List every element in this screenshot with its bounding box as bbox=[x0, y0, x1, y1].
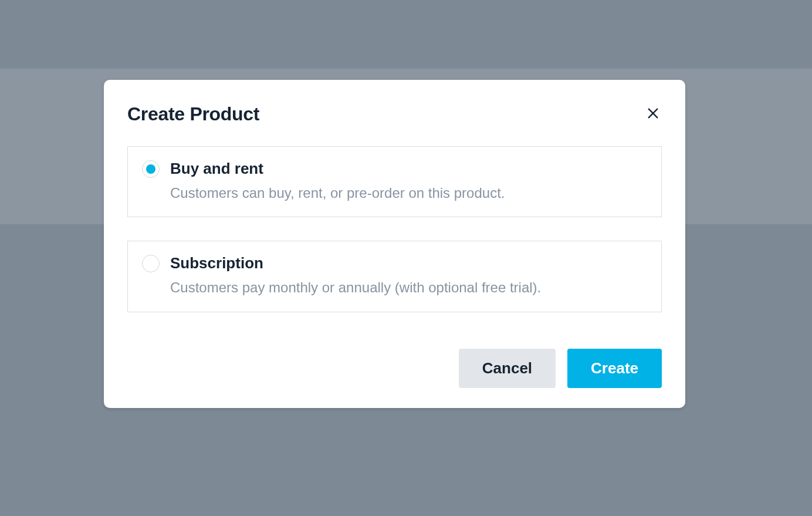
cancel-button[interactable]: Cancel bbox=[459, 349, 556, 388]
create-product-modal: Create Product Buy and rent Customers ca… bbox=[104, 80, 685, 408]
close-icon bbox=[647, 107, 659, 122]
radio-subscription[interactable] bbox=[142, 255, 160, 272]
option-content: Buy and rent Customers can buy, rent, or… bbox=[170, 160, 647, 203]
option-content: Subscription Customers pay monthly or an… bbox=[170, 254, 647, 297]
option-buy-and-rent[interactable]: Buy and rent Customers can buy, rent, or… bbox=[127, 146, 662, 217]
modal-header: Create Product bbox=[127, 103, 662, 125]
option-description: Customers can buy, rent, or pre-order on… bbox=[170, 184, 647, 203]
modal-title: Create Product bbox=[127, 103, 259, 125]
option-subscription[interactable]: Subscription Customers pay monthly or an… bbox=[127, 241, 662, 312]
close-button[interactable] bbox=[644, 104, 662, 124]
modal-footer: Cancel Create bbox=[127, 349, 662, 388]
option-description: Customers pay monthly or annually (with … bbox=[170, 278, 647, 297]
option-title: Buy and rent bbox=[170, 160, 647, 178]
radio-buy-and-rent[interactable] bbox=[142, 160, 160, 178]
create-button[interactable]: Create bbox=[567, 349, 662, 388]
option-title: Subscription bbox=[170, 254, 647, 272]
